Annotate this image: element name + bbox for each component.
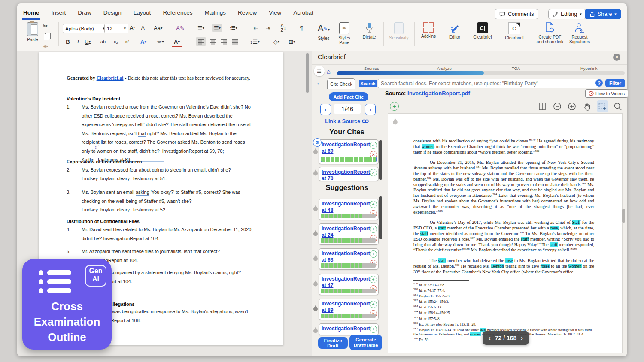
tab-draw[interactable]: Draw (77, 9, 92, 20)
suggestion-card[interactable]: InvestigationReport at 63 +✕ (319, 248, 379, 270)
shading-button[interactable]: ◇ ▾ (271, 37, 282, 46)
text-effects-button[interactable]: A ▾ (138, 37, 149, 46)
share-button[interactable]: Share▾ (585, 9, 621, 19)
tab-design[interactable]: Design (103, 9, 122, 20)
search-input[interactable] (378, 79, 598, 88)
borders-button[interactable]: ⊞ ▾ (287, 37, 297, 46)
tab-mailings[interactable]: Mailings (204, 9, 227, 20)
source-file-link[interactable]: InvestigationReport.pdf (407, 90, 470, 97)
link-a-source-button[interactable]: Link a Source (321, 118, 373, 124)
cite-card[interactable]: InvestigationReport at 69 ✓✕ (319, 139, 379, 164)
zoom-out-icon[interactable] (553, 102, 562, 111)
align-left-button[interactable] (196, 37, 206, 46)
request-signatures-button[interactable]: Request Signatures (566, 22, 593, 44)
format-painter-icon[interactable]: ✒ (43, 43, 49, 51)
editing-dropdown[interactable]: Editing▾ (548, 9, 586, 19)
font-size-select[interactable]: 12▾ (104, 24, 128, 33)
tab-review[interactable]: Review (237, 9, 258, 20)
indent-button[interactable]: ⇥ (263, 24, 273, 32)
styles-button[interactable]: A✎▾ Styles (313, 22, 335, 41)
accept-icon[interactable]: ✓ (370, 169, 377, 176)
nav-step-hyperlink[interactable]: Hyperlink (580, 66, 598, 71)
finalize-draft-button[interactable]: Finalize Draft (318, 337, 348, 349)
suggestion-card[interactable]: InvestigationReport + (319, 323, 379, 335)
page-view-icon[interactable] (538, 102, 547, 111)
addins-button[interactable]: Add-ins (417, 22, 440, 39)
tab-acrobat[interactable]: Acrobat (292, 9, 314, 20)
clearbrief-light-button[interactable]: C Clearbrief (501, 22, 527, 40)
pdf-page[interactable]: consistent with his recollection of sayi… (388, 113, 623, 353)
sort-button[interactable]: AZ↓ (278, 24, 289, 32)
add-cite-icon[interactable]: + (370, 226, 377, 233)
hand-tool-icon[interactable] (583, 102, 592, 111)
back-arrow-icon[interactable]: ← (316, 79, 323, 87)
gear-icon[interactable]: ⚙ (313, 138, 322, 147)
suggestion-card[interactable]: InvestigationReport at 24 +✕ (319, 223, 379, 245)
help-icon[interactable]: ? (595, 79, 603, 87)
search-doc-icon[interactable] (614, 102, 622, 111)
pdf-prev-icon[interactable]: ‹ (489, 335, 491, 341)
pdf-scrollbar[interactable] (622, 209, 625, 223)
bullets-button[interactable]: ☰ ▾ (196, 24, 206, 32)
paste-button[interactable]: Paste (19, 22, 46, 42)
superscript-button[interactable]: x² (122, 37, 132, 46)
change-case-button[interactable]: Aa ▾ (153, 24, 163, 32)
how-to-videos-button[interactable]: How-to Videos (585, 89, 628, 98)
tab-insert[interactable]: Insert (51, 9, 67, 20)
styles-pane-button[interactable]: ✒ Styles Pane (334, 22, 355, 45)
nav-step-sources[interactable]: Sources (364, 66, 379, 71)
comments-button[interactable]: Comments (495, 9, 538, 19)
generate-draft-table-button[interactable]: Generate Draft/Table (349, 335, 382, 350)
italic-button[interactable]: I (73, 37, 83, 46)
menu-icon[interactable]: ☰ (314, 66, 325, 76)
align-right-button[interactable] (219, 37, 229, 46)
next-page-button[interactable]: › (365, 104, 376, 115)
line-spacing-button[interactable]: ↕☰ ▾ (249, 37, 261, 46)
highlight-button[interactable]: ✏ ▾ (155, 37, 166, 46)
add-cite-icon[interactable]: + (370, 301, 377, 308)
outdent-button[interactable]: ⇤ (251, 24, 261, 32)
nav-step-analyze[interactable]: Analyze (437, 66, 452, 71)
sensitivity-button[interactable]: Sensitivity (386, 22, 411, 40)
strikethrough-button[interactable]: ab (98, 37, 108, 46)
close-icon[interactable]: ✕ (613, 54, 620, 61)
marquee-zoom-icon[interactable] (598, 102, 607, 111)
tab-references[interactable]: References (162, 9, 193, 20)
bold-button[interactable]: B (63, 37, 73, 46)
dictate-button[interactable]: Dictate (359, 22, 380, 39)
pdf-current-page[interactable]: 72 (495, 335, 502, 341)
align-center-button[interactable] (208, 37, 218, 46)
clearbrief-dark-button[interactable]: C| Clearbrief (471, 22, 495, 39)
add-cite-icon[interactable]: + (370, 250, 377, 258)
cite-card[interactable]: InvestigationReport at 70 ✓ (319, 167, 379, 181)
shrink-font-button[interactable]: Aˇ (138, 24, 149, 32)
nav-step-toa[interactable]: TOA (512, 66, 520, 71)
suggestions-scrollbar[interactable] (379, 196, 382, 239)
subscript-button[interactable]: x₂ (111, 37, 121, 46)
suggestion-card[interactable]: InvestigationReport at 47 +✕ (319, 274, 379, 295)
font-color-button[interactable]: A ▾ (172, 37, 182, 47)
tab-layout[interactable]: Layout (133, 9, 152, 20)
numbering-button[interactable]: ☰ ▾ (212, 24, 222, 32)
your-cites-scrollbar[interactable] (379, 140, 382, 180)
font-name-select[interactable]: Aptos (Body)▾ (63, 24, 107, 33)
add-cite-icon[interactable]: + (370, 326, 377, 333)
filter-button[interactable]: Filter (605, 79, 625, 87)
pdf-next-icon[interactable]: › (521, 335, 523, 341)
add-cite-icon[interactable]: + (370, 276, 377, 283)
zoom-in-icon[interactable] (568, 102, 576, 111)
accept-icon[interactable]: ✓ (370, 142, 377, 149)
cross-examination-outline-card[interactable]: Gen AI Cross Examination Outline (22, 259, 112, 350)
document-scrollbar[interactable] (306, 53, 309, 93)
underline-button[interactable]: U ▾ (82, 37, 93, 46)
add-fact-cite-button[interactable]: Add Fact Cite (329, 92, 368, 101)
clear-formatting-button[interactable]: A✎ (175, 24, 185, 32)
suggestion-card[interactable]: InvestigationReport at 89 +✕ (319, 299, 379, 320)
grow-font-button[interactable]: A^ (127, 24, 137, 32)
home-icon[interactable]: ⌂ (327, 68, 331, 75)
multilevel-list-button[interactable]: ⁝☰ ▾ (228, 24, 239, 32)
pdf-page-navigator[interactable]: ‹ 72 / 168 › (483, 331, 529, 345)
cite-pager-value[interactable]: 1/46 (334, 104, 361, 114)
cut-icon[interactable]: ✂ (43, 22, 49, 30)
pilcrow-button[interactable]: ¶ (296, 24, 307, 32)
